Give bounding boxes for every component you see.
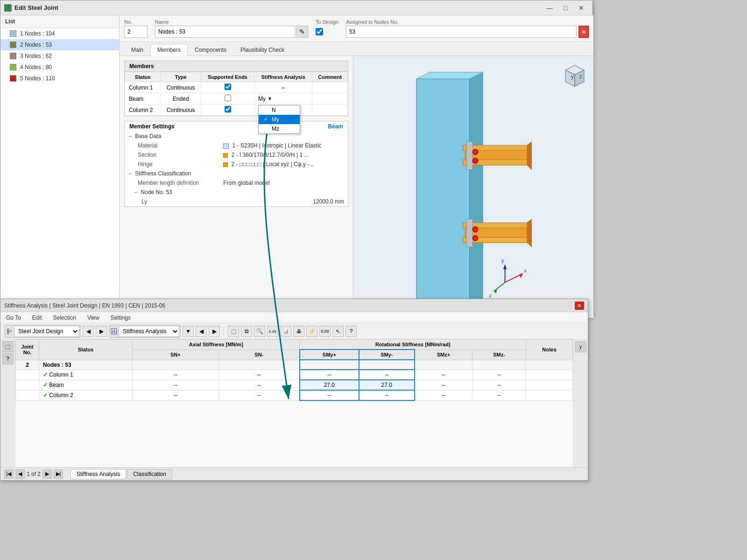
nav-left-btn[interactable]: ◀ <box>196 326 207 337</box>
dropdown-item-n[interactable]: N <box>259 105 300 115</box>
main-window-title: Edit Steel Joint <box>14 4 58 11</box>
next-result-btn[interactable]: ▶ <box>96 326 107 337</box>
nav-first-btn[interactable]: |◀ <box>4 469 14 479</box>
material-row: Material 1 - S235H | Isotropic | Linear … <box>125 141 348 150</box>
bottom-tab-classification[interactable]: Classification <box>127 469 172 479</box>
ly-label: Ly <box>125 197 219 206</box>
nav-next-btn[interactable]: ▶ <box>42 469 52 479</box>
dropdown-arrow-btn[interactable]: ▼ <box>183 326 194 337</box>
smy-minus-cell <box>359 360 415 370</box>
sidebar-item-1[interactable]: 1 Nodes : 104 <box>0 28 119 39</box>
tab-plausibility[interactable]: Plausibility Check <box>233 44 291 56</box>
nav-right-btn[interactable]: ▶ <box>209 326 220 337</box>
edit-button[interactable]: ✎ <box>296 26 308 38</box>
stiffness-class-label: Stiffness Classification <box>135 170 191 177</box>
name-input[interactable] <box>155 26 295 38</box>
close-button[interactable]: ✕ <box>574 3 589 13</box>
analysis-icon <box>110 328 118 335</box>
dropdown-item-mz[interactable]: Mz <box>259 124 300 133</box>
svg-rect-5 <box>416 79 470 316</box>
assigned-label: Assigned to Nodes No. <box>346 19 589 25</box>
svg-rect-31 <box>7 329 9 334</box>
check-icon-3: ✓ <box>43 392 48 399</box>
tab-main[interactable]: Main <box>124 44 150 56</box>
zoom-btn[interactable]: 🔍 <box>254 326 265 337</box>
expand-stiffness-icon[interactable]: − <box>128 170 132 177</box>
sidebar-item-3[interactable]: 3 Nodes : 62 <box>0 50 119 62</box>
no-field: No. <box>124 19 148 38</box>
3d-view: y z <box>353 56 593 316</box>
results-header-top: JointNo. Status Axial Stiffness [MN/m] R… <box>16 340 573 350</box>
help-btn[interactable]: ? <box>345 326 357 337</box>
member-settings-section: Member Settings Beam − Base Data <box>124 121 348 207</box>
prev-result-btn[interactable]: ◀ <box>83 326 94 337</box>
results-table-container: JointNo. Status Axial Stiffness [MN/m] R… <box>15 339 573 467</box>
col2-smy-minus: -- <box>359 390 415 400</box>
no-input[interactable] <box>124 26 148 38</box>
minimize-button[interactable]: — <box>542 3 557 13</box>
view-cube[interactable]: y z <box>561 61 589 89</box>
to-design-checkbox[interactable] <box>316 28 323 35</box>
check-icon-2: ✓ <box>43 382 48 388</box>
beam-link[interactable]: Beam <box>328 123 343 130</box>
sidebar-item-label-4: 4 Nodes : 80 <box>20 64 52 70</box>
cursor-btn[interactable]: ↖ <box>332 326 344 337</box>
menu-goto[interactable]: Go To <box>4 314 23 322</box>
base-data-label: Base Data <box>135 133 161 140</box>
svg-point-18 <box>472 149 478 154</box>
no-label: No. <box>124 19 148 25</box>
filter-btn[interactable]: ⚡ <box>306 326 317 337</box>
ly-row: Ly 12000.0 mm <box>125 197 348 206</box>
col1-smz-plus: -- <box>415 370 472 380</box>
dropdown-label-my: My <box>272 116 279 123</box>
right-side-btn[interactable]: y <box>575 341 586 352</box>
svg-point-19 <box>472 158 478 163</box>
sidebar-item-4[interactable]: 4 Nodes : 80 <box>0 62 119 73</box>
expand-node-icon[interactable]: − <box>134 189 137 196</box>
bottom-title: Stiffness Analysis | Steel Joint Design … <box>4 302 165 309</box>
dropdown-arrow-icon[interactable]: ▼ <box>268 96 272 101</box>
cell-name: Beam <box>125 93 161 105</box>
col2-joint-no <box>16 390 39 400</box>
cell-comment <box>312 93 348 105</box>
sidebar-header: List <box>0 15 119 28</box>
menu-settings[interactable]: Settings <box>109 314 133 322</box>
module-select[interactable]: Steel Joint Design <box>14 326 79 337</box>
members-table: Status Type Supported Ends Stiffness Ana… <box>125 72 348 116</box>
svg-rect-17 <box>466 219 472 247</box>
table-row: Column 1 Continuous -- <box>125 82 348 93</box>
select-tool-btn[interactable]: ⬚ <box>228 326 239 337</box>
xxx-btn[interactable]: x.xx <box>267 326 278 337</box>
side-icon-1[interactable]: ⬚ <box>2 341 14 352</box>
bottom-close-button[interactable]: ✕ <box>575 301 584 310</box>
nav-last-btn[interactable]: ▶| <box>54 469 63 479</box>
supported-checkbox-3[interactable] <box>225 106 231 112</box>
analysis-type-select[interactable]: Stiffness Analysis <box>119 326 179 337</box>
tab-components[interactable]: Components <box>188 44 233 56</box>
menu-selection[interactable]: Selection <box>51 314 78 322</box>
assigned-input[interactable] <box>346 26 577 38</box>
to-design-field: To Design <box>316 19 338 38</box>
print-btn[interactable]: 🖶 <box>293 326 304 337</box>
supported-checkbox-1[interactable] <box>225 84 231 90</box>
sidebar-item-label-2: 2 Nodes : 53 <box>20 42 52 48</box>
excel-btn[interactable]: 📊 <box>280 326 291 337</box>
left-content: Members Status Type Supported Ends Stiff… <box>120 56 353 316</box>
expand-icon[interactable]: − <box>128 133 132 140</box>
supported-checkbox-2[interactable] <box>225 95 231 101</box>
side-icon-2[interactable]: ? <box>2 353 14 364</box>
copy-btn[interactable]: ⧉ <box>241 326 252 337</box>
nav-prev-btn[interactable]: ◀ <box>15 469 25 479</box>
menu-edit[interactable]: Edit <box>30 314 44 322</box>
col2-smz-plus: -- <box>415 390 472 400</box>
tab-members[interactable]: Members <box>150 44 188 56</box>
num-format-btn[interactable]: 0.00 <box>319 326 331 337</box>
sidebar-item-5[interactable]: 5 Nodes : 110 <box>0 73 119 84</box>
hinge-icon <box>223 162 228 167</box>
bottom-tab-stiffness[interactable]: Stiffness Analysis <box>70 469 126 479</box>
dropdown-item-my[interactable]: ✓ My <box>259 115 300 124</box>
menu-view[interactable]: View <box>85 314 101 322</box>
sidebar-item-2[interactable]: 2 Nodes : 53 <box>0 39 119 50</box>
assigned-close-button[interactable]: ✕ <box>578 26 589 38</box>
maximize-button[interactable]: □ <box>558 3 573 13</box>
